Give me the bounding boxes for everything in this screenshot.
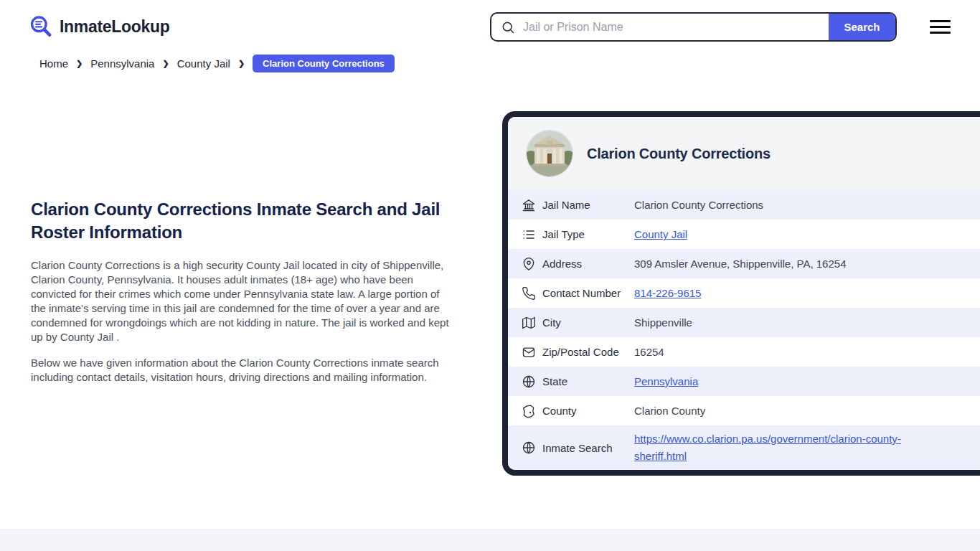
map-icon	[522, 316, 536, 330]
breadcrumb-current-badge: Clarion County Corrections	[253, 55, 395, 72]
jail-search-bar: Search	[490, 12, 897, 42]
row-contact-number: Contact Number 814-226-9615	[508, 278, 980, 308]
brand-logo[interactable]: InmateLookup	[29, 14, 170, 39]
globe-icon	[522, 375, 536, 389]
search-icon	[491, 14, 522, 40]
search-button[interactable]: Search	[829, 14, 895, 40]
row-value: 16254	[634, 346, 664, 358]
row-label: Contact Number	[542, 287, 634, 299]
row-address: Address 309 Amsler Avenue, Shippenville,…	[508, 249, 980, 278]
brand-name: InmateLookup	[60, 17, 170, 37]
inmate-search-link[interactable]: https://www.co.clarion.pa.us/government/…	[634, 430, 953, 465]
breadcrumb-county-jail[interactable]: County Jail	[177, 57, 230, 70]
row-label: County	[542, 405, 634, 417]
footer-strip	[0, 529, 980, 551]
list-icon	[522, 227, 536, 242]
row-county: County Clarion County	[508, 396, 980, 425]
map-pin-icon	[522, 257, 536, 271]
intro-paragraph: Clarion County Corrections is a high sec…	[31, 258, 457, 344]
chevron-right-icon: ❯	[162, 59, 169, 68]
row-label: Zip/Postal Code	[542, 346, 634, 358]
magnifier-list-icon	[29, 14, 53, 39]
row-value: 309 Amsler Avenue, Shippenville, PA, 162…	[634, 258, 846, 270]
jail-card-header: Clarion County Corrections	[508, 117, 980, 190]
page-title: Clarion County Corrections Inmate Search…	[31, 198, 457, 244]
row-label: Jail Type	[542, 228, 634, 240]
search-input[interactable]	[522, 14, 829, 40]
breadcrumb-home[interactable]: Home	[39, 57, 68, 70]
envelope-icon	[522, 345, 536, 359]
row-label: Jail Name	[542, 199, 634, 211]
main-content: Clarion County Corrections Inmate Search…	[31, 198, 457, 396]
row-jail-name: Jail Name Clarion County Corrections	[508, 190, 980, 220]
row-label: City	[542, 316, 634, 329]
info-paragraph: Below we have given information about th…	[31, 356, 457, 385]
row-jail-type: Jail Type County Jail	[508, 220, 980, 249]
menu-hamburger-icon[interactable]	[930, 20, 951, 34]
bank-icon	[522, 198, 536, 212]
jail-type-link[interactable]: County Jail	[634, 228, 687, 240]
chevron-right-icon: ❯	[76, 59, 83, 68]
row-inmate-search: Inmate Search https://www.co.clarion.pa.…	[508, 425, 980, 470]
row-value: Clarion County Corrections	[634, 199, 763, 211]
globe-icon	[522, 441, 536, 455]
row-city: City Shippenville	[508, 308, 980, 337]
row-zip-code: Zip/Postal Code 16254	[508, 337, 980, 367]
row-state: State Pennsylvania	[508, 367, 980, 396]
chevron-right-icon: ❯	[238, 59, 245, 68]
jail-card-title: Clarion County Corrections	[587, 146, 771, 162]
breadcrumb-pennsylvania[interactable]: Pennsylvania	[90, 57, 154, 70]
jail-info-card: Clarion County Corrections Jail Name Cla…	[502, 111, 980, 476]
row-label: Inmate Search	[542, 442, 634, 454]
row-label: State	[542, 375, 634, 387]
contact-number-link[interactable]: 814-226-9615	[634, 287, 701, 299]
row-value: Shippenville	[634, 316, 692, 329]
breadcrumb: Home ❯ Pennsylvania ❯ County Jail ❯ Clar…	[39, 55, 395, 72]
phone-icon	[522, 286, 536, 301]
row-label: Address	[542, 258, 634, 270]
county-map-icon	[522, 404, 536, 418]
jail-photo-avatar	[527, 131, 573, 176]
state-link[interactable]: Pennsylvania	[634, 375, 698, 387]
row-value: Clarion County	[634, 405, 705, 417]
